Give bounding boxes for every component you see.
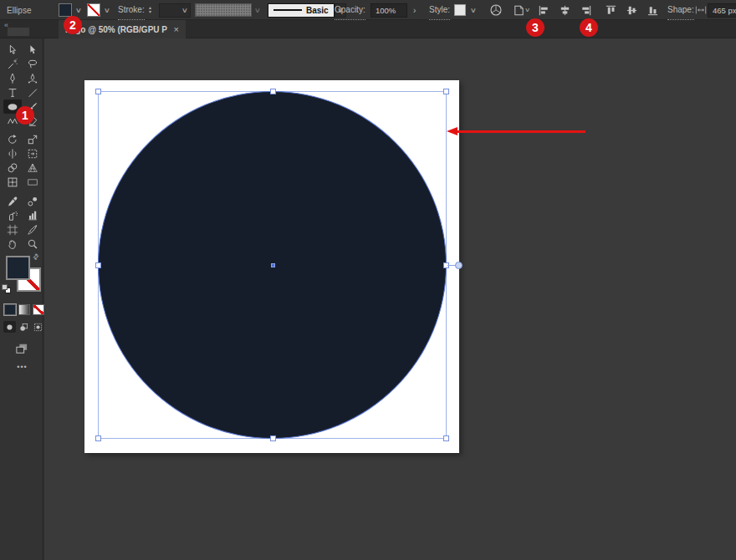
align-vertical-top-icon — [605, 4, 617, 17]
graphic-style-swatch[interactable] — [454, 4, 466, 16]
style-panel-link[interactable]: Style: — [429, 0, 450, 20]
slice-tool[interactable] — [23, 222, 42, 237]
stepper-down-icon[interactable]: ▾ — [149, 10, 151, 14]
lasso-tool[interactable] — [23, 57, 42, 71]
align-vertical-center-button[interactable] — [626, 0, 638, 20]
style-chevron-down-icon[interactable]: ∨ — [470, 7, 477, 14]
pie-angle-widget[interactable] — [455, 262, 463, 269]
control-bar: Ellipse ∨ ∨ Stroke: ▴ ▾ ∨ ∨ Basic ∨ Opac… — [0, 0, 736, 20]
stroke-weight-stepper[interactable]: ▴ ▾ — [149, 6, 151, 14]
document-icon — [513, 4, 525, 17]
shape-width-glyph — [695, 0, 707, 20]
width-tool[interactable] — [3, 146, 22, 160]
gradient-tool[interactable] — [23, 175, 42, 189]
tab-close-icon[interactable]: × — [174, 24, 179, 34]
handle-bottom-left[interactable] — [95, 435, 101, 441]
fill-chevron-down-icon[interactable]: ∨ — [75, 7, 82, 14]
line-segment-tool[interactable] — [23, 85, 42, 99]
document-options-chevron-down-icon: ∨ — [524, 7, 530, 13]
handle-bottom-right[interactable] — [443, 435, 449, 441]
canvas-area[interactable] — [47, 38, 736, 560]
pen-tool[interactable] — [3, 71, 22, 85]
annotation-arrow-shaft — [457, 130, 585, 133]
mesh-tool[interactable] — [3, 175, 22, 189]
brush-name-label: Basic — [306, 6, 329, 15]
tab-bar: « Logo @ 50% (RGB/GPU Preview) × — [0, 20, 736, 38]
hand-tool[interactable] — [3, 237, 22, 251]
draw-inside-icon — [33, 323, 43, 332]
stroke-color-swatch[interactable] — [87, 3, 100, 17]
gradient-button[interactable] — [18, 304, 30, 315]
type-tool[interactable] — [3, 85, 22, 99]
stroke-weight-chevron-down-icon[interactable]: ∨ — [181, 7, 188, 14]
toolbar-panel-grip[interactable] — [8, 28, 29, 36]
annotation-arrow — [447, 127, 589, 137]
draw-behind-button[interactable] — [18, 321, 30, 333]
default-fill-stroke-icon[interactable] — [2, 284, 11, 293]
align-vertical-top-button[interactable] — [605, 0, 617, 20]
magic-wand-tool[interactable] — [3, 57, 22, 71]
width-profile-dropdown-disabled — [195, 3, 252, 17]
perspective-grid-tool[interactable] — [23, 160, 42, 175]
fill-swatch-large[interactable] — [6, 256, 30, 280]
selection-bounding-box — [98, 91, 447, 439]
width-profile-chevron-down-icon: ∨ — [254, 7, 261, 14]
handle-top-right[interactable] — [443, 89, 449, 94]
column-graph-tool[interactable] — [23, 208, 42, 222]
artboard-tool[interactable] — [3, 222, 22, 237]
draw-normal-button[interactable] — [3, 321, 16, 333]
align-horizontal-left-button[interactable] — [538, 0, 550, 20]
handle-bottom-center[interactable] — [270, 435, 276, 441]
shape-builder-tool[interactable] — [3, 160, 22, 175]
symbol-sprayer-tool[interactable] — [3, 208, 22, 222]
align-horizontal-left-icon — [538, 4, 550, 17]
color-button[interactable] — [4, 304, 16, 315]
screen-mode-icon — [15, 343, 28, 354]
align-vertical-bottom-icon — [647, 4, 659, 17]
fill-color-swatch[interactable] — [59, 3, 72, 17]
eyedropper-tool[interactable] — [3, 194, 22, 208]
context-label: Ellipse — [7, 0, 31, 20]
document-options-button[interactable]: ∨ — [513, 0, 529, 20]
annotation-badge-4: 4 — [580, 18, 598, 37]
swap-fill-stroke-icon[interactable]: ⇄ — [31, 252, 41, 262]
illustrator-window: Ellipse ∨ ∨ Stroke: ▴ ▾ ∨ ∨ Basic ∨ Opac… — [0, 0, 736, 560]
recolor-artwork-button[interactable] — [489, 0, 503, 20]
scale-tool[interactable] — [23, 132, 42, 146]
change-screen-mode-button[interactable] — [13, 341, 31, 356]
drawing-mode-buttons — [3, 321, 44, 333]
handle-top-left[interactable] — [95, 89, 101, 94]
fill-stroke-indicator: ⇄ — [0, 254, 44, 301]
handle-middle-left[interactable] — [95, 262, 101, 268]
paint-mode-buttons — [4, 304, 44, 315]
free-transform-tool[interactable] — [23, 146, 42, 160]
opacity-panel-link[interactable]: Opacity: — [335, 0, 365, 20]
opacity-field[interactable]: 100% — [371, 3, 407, 18]
shape-panel-link[interactable]: Shape: — [667, 0, 694, 20]
draw-inside-button[interactable] — [32, 321, 44, 333]
align-horizontal-center-button[interactable] — [559, 0, 571, 20]
opacity-submenu-arrow-icon[interactable]: › — [413, 0, 416, 20]
stroke-chevron-down-icon[interactable]: ∨ — [104, 7, 110, 14]
align-horizontal-right-button[interactable] — [580, 0, 592, 20]
align-horizontal-center-icon — [559, 4, 571, 17]
recolor-artwork-icon — [489, 3, 503, 17]
none-button[interactable] — [33, 304, 44, 315]
handle-top-center[interactable] — [270, 89, 276, 94]
brush-stroke-preview — [273, 9, 302, 11]
brush-definition-dropdown[interactable]: Basic — [268, 3, 335, 18]
selection-tool[interactable] — [3, 43, 22, 57]
rotate-tool[interactable] — [3, 132, 22, 146]
annotation-badge-3: 3 — [526, 18, 544, 37]
annotation-badge-1: 1 — [16, 106, 34, 125]
curvature-tool[interactable] — [23, 71, 42, 85]
align-vertical-center-icon — [626, 4, 638, 17]
shape-center-point[interactable] — [271, 263, 275, 267]
align-vertical-bottom-button[interactable] — [647, 0, 659, 20]
zoom-tool[interactable] — [23, 237, 42, 251]
stroke-panel-link[interactable]: Stroke: — [118, 0, 145, 20]
blend-tool[interactable] — [23, 194, 42, 208]
edit-toolbar-ellipsis[interactable]: ••• — [0, 363, 44, 371]
shape-width-field[interactable]: 465 px — [708, 3, 736, 18]
direct-selection-tool[interactable] — [23, 43, 42, 57]
